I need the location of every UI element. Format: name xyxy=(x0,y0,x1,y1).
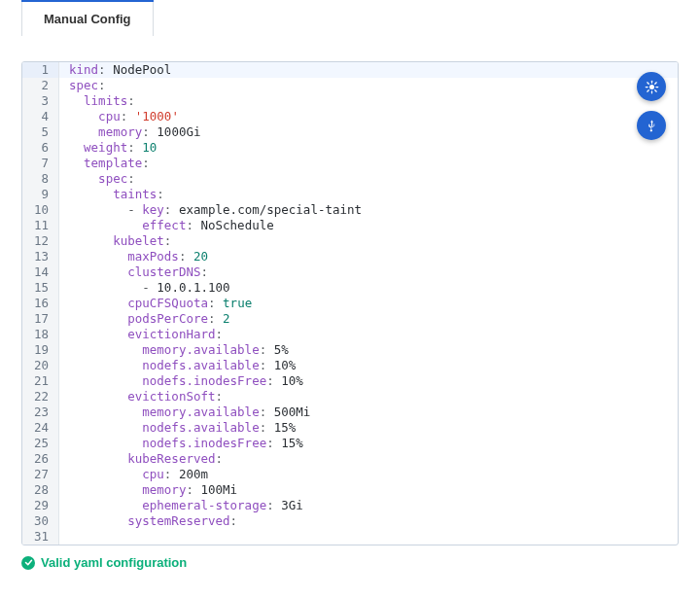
code-line[interactable]: 28 memory: 100Mi xyxy=(22,482,678,498)
line-number: 20 xyxy=(22,358,59,373)
line-content[interactable]: memory: 100Mi xyxy=(59,482,678,498)
code-line[interactable]: 7 template: xyxy=(22,156,678,171)
svg-line-6 xyxy=(654,89,655,90)
editor-action-stack xyxy=(637,72,666,140)
svg-point-0 xyxy=(649,85,654,89)
code-line[interactable]: 3 limits: xyxy=(22,93,678,109)
line-number: 9 xyxy=(22,187,59,202)
line-content[interactable]: taints: xyxy=(59,187,678,202)
line-content[interactable]: nodefs.available: 15% xyxy=(59,420,678,436)
line-content[interactable]: memory.available: 500Mi xyxy=(59,405,678,420)
line-content[interactable]: template: xyxy=(59,156,678,171)
line-content[interactable]: cpu: '1000' xyxy=(59,109,678,124)
validation-status: Valid yaml configuration xyxy=(21,555,679,570)
line-number: 12 xyxy=(22,233,59,249)
line-number: 25 xyxy=(22,436,59,451)
line-content[interactable]: kubeReserved: xyxy=(59,451,678,467)
check-circle-icon xyxy=(21,556,35,570)
line-number: 29 xyxy=(22,498,59,513)
line-content[interactable]: weight: 10 xyxy=(59,140,678,156)
code-line[interactable]: 27 cpu: 200m xyxy=(22,467,678,482)
line-number: 30 xyxy=(22,513,59,529)
validation-status-text: Valid yaml configuration xyxy=(41,555,187,570)
line-content[interactable]: spec: xyxy=(59,78,678,93)
line-number: 17 xyxy=(22,311,59,327)
connect-device-button[interactable] xyxy=(637,111,666,140)
theme-toggle-button[interactable] xyxy=(637,72,666,101)
code-line[interactable]: 26 kubeReserved: xyxy=(22,451,678,467)
line-number: 23 xyxy=(22,405,59,420)
code-line[interactable]: 13 maxPods: 20 xyxy=(22,249,678,264)
line-number: 15 xyxy=(22,280,59,296)
line-number: 22 xyxy=(22,389,59,405)
code-line[interactable]: 16 cpuCFSQuota: true xyxy=(22,296,678,311)
line-number: 28 xyxy=(22,482,59,498)
line-number: 16 xyxy=(22,296,59,311)
line-content[interactable]: ephemeral-storage: 3Gi xyxy=(59,498,678,513)
code-line[interactable]: 9 taints: xyxy=(22,187,678,202)
line-number: 14 xyxy=(22,264,59,280)
line-number: 1 xyxy=(22,62,59,78)
line-content[interactable]: podsPerCore: 2 xyxy=(59,311,678,327)
line-number: 4 xyxy=(22,109,59,124)
svg-line-8 xyxy=(654,82,655,83)
line-content[interactable]: evictionHard: xyxy=(59,327,678,342)
code-line[interactable]: 30 systemReserved: xyxy=(22,513,678,529)
code-line[interactable]: 19 memory.available: 5% xyxy=(22,342,678,358)
line-content[interactable]: - key: example.com/special-taint xyxy=(59,202,678,218)
line-number: 31 xyxy=(22,529,59,545)
code-line[interactable]: 23 memory.available: 500Mi xyxy=(22,405,678,420)
code-line[interactable]: 2spec: xyxy=(22,78,678,93)
line-content[interactable]: kubelet: xyxy=(59,233,678,249)
code-line[interactable]: 4 cpu: '1000' xyxy=(22,109,678,124)
usb-icon xyxy=(645,119,659,133)
line-number: 8 xyxy=(22,171,59,187)
code-line[interactable]: 18 evictionHard: xyxy=(22,327,678,342)
line-content[interactable]: spec: xyxy=(59,171,678,187)
yaml-editor[interactable]: 1kind: NodePool2spec:3 limits:4 cpu: '10… xyxy=(21,61,679,545)
line-number: 11 xyxy=(22,218,59,233)
code-line[interactable]: 1kind: NodePool xyxy=(22,62,678,78)
line-content[interactable]: nodefs.inodesFree: 15% xyxy=(59,436,678,451)
code-line[interactable]: 22 evictionSoft: xyxy=(22,389,678,405)
line-number: 24 xyxy=(22,420,59,436)
code-line[interactable]: 25 nodefs.inodesFree: 15% xyxy=(22,436,678,451)
line-content[interactable]: - 10.0.1.100 xyxy=(59,280,678,296)
code-line[interactable]: 12 kubelet: xyxy=(22,233,678,249)
code-line[interactable]: 6 weight: 10 xyxy=(22,140,678,156)
line-content[interactable]: evictionSoft: xyxy=(59,389,678,405)
line-content[interactable]: cpu: 200m xyxy=(59,467,678,482)
code-line[interactable]: 5 memory: 1000Gi xyxy=(22,124,678,140)
code-line[interactable]: 14 clusterDNS: xyxy=(22,264,678,280)
code-line[interactable]: 11 effect: NoSchedule xyxy=(22,218,678,233)
line-content[interactable]: effect: NoSchedule xyxy=(59,218,678,233)
line-content[interactable]: cpuCFSQuota: true xyxy=(59,296,678,311)
code-line[interactable]: 24 nodefs.available: 15% xyxy=(22,420,678,436)
sun-icon xyxy=(645,80,659,94)
line-content[interactable] xyxy=(59,529,678,545)
line-content[interactable]: kind: NodePool xyxy=(59,62,678,78)
code-line[interactable]: 20 nodefs.available: 10% xyxy=(22,358,678,373)
line-content[interactable]: systemReserved: xyxy=(59,513,678,529)
line-number: 27 xyxy=(22,467,59,482)
line-content[interactable]: clusterDNS: xyxy=(59,264,678,280)
line-number: 26 xyxy=(22,451,59,467)
line-content[interactable]: nodefs.inodesFree: 10% xyxy=(59,373,678,389)
line-content[interactable]: limits: xyxy=(59,93,678,109)
code-line[interactable]: 21 nodefs.inodesFree: 10% xyxy=(22,373,678,389)
code-scroll-area[interactable]: 1kind: NodePool2spec:3 limits:4 cpu: '10… xyxy=(22,62,678,545)
line-number: 19 xyxy=(22,342,59,358)
line-content[interactable]: memory: 1000Gi xyxy=(59,124,678,140)
code-line[interactable]: 10 - key: example.com/special-taint xyxy=(22,202,678,218)
code-line[interactable]: 15 - 10.0.1.100 xyxy=(22,280,678,296)
code-line[interactable]: 8 spec: xyxy=(22,171,678,187)
line-number: 10 xyxy=(22,202,59,218)
line-content[interactable]: nodefs.available: 10% xyxy=(59,358,678,373)
line-content[interactable]: memory.available: 5% xyxy=(59,342,678,358)
line-content[interactable]: maxPods: 20 xyxy=(59,249,678,264)
code-line[interactable]: 17 podsPerCore: 2 xyxy=(22,311,678,327)
code-line[interactable]: 29 ephemeral-storage: 3Gi xyxy=(22,498,678,513)
tab-manual-config[interactable]: Manual Config xyxy=(21,2,154,36)
line-number: 18 xyxy=(22,327,59,342)
line-number: 3 xyxy=(22,93,59,109)
